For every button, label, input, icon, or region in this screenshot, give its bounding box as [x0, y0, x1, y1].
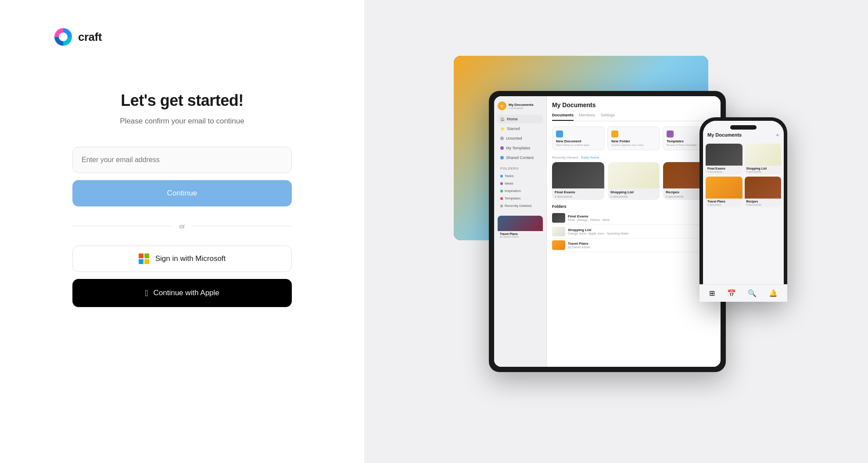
iphone-card-label-recipes: Recipes	[745, 199, 782, 203]
ipad-card-final-exams[interactable]: Final Exams 4 documents	[552, 162, 604, 200]
devices-container: D My Documents 1 workspace 🏠 Home ⭐ Sta	[463, 56, 770, 407]
iphone-cards-grid: Final Exams 4 documents Shopping List 2 …	[703, 141, 784, 210]
iphone-card-img-final	[706, 144, 742, 166]
ipad-action-row: New Document Start writing on a blank pa…	[552, 127, 715, 150]
apple-signin-button[interactable]:  Continue with Apple	[72, 279, 292, 307]
iphone-card-final-exams[interactable]: Final Exams 4 documents	[706, 144, 742, 174]
microsoft-button-label: Sign in with Microsoft	[155, 254, 226, 263]
sidebar-folder-inspiration[interactable]: Inspiration	[498, 187, 543, 195]
or-divider: or	[72, 222, 292, 230]
sidebar-item-unsorted[interactable]: Unsorted	[498, 134, 543, 143]
iphone-card-img-travel	[706, 177, 742, 199]
list-item-travel[interactable]: Travel Plans by Daniel Klöser	[552, 239, 715, 252]
continue-button[interactable]: Continue	[72, 180, 292, 206]
iphone-card-sub-final: 4 documents	[706, 170, 742, 174]
folders-heading: Folders	[552, 204, 715, 209]
iphone-card-img-recipes	[745, 177, 782, 199]
new-folder-icon	[611, 130, 618, 137]
ipad-top-bar: My Documents	[552, 101, 715, 109]
sidebar-folder-templates[interactable]: Templates	[498, 195, 543, 202]
iphone-header: My Documents +	[703, 121, 784, 141]
ipad-sidebar: D My Documents 1 workspace 🏠 Home ⭐ Sta	[494, 96, 547, 367]
sidebar-item-shared[interactable]: Shared Content	[498, 153, 543, 162]
ipad-tabs: Documents Members Settings	[552, 113, 715, 121]
form-container: Let's get started! Please confirm your e…	[72, 91, 292, 307]
page-headline: Let's get started!	[121, 91, 244, 110]
sidebar-folders-title: Folders	[498, 163, 543, 172]
list-sub-shopping: Orange Juice · Apple Juice · Sparkling W…	[568, 232, 715, 235]
sidebar-item-templates[interactable]: My Templates	[498, 144, 543, 152]
divider-text: or	[179, 222, 185, 230]
device-ipad: D My Documents 1 workspace 🏠 Home ⭐ Sta	[489, 91, 726, 372]
ipad-tab-members[interactable]: Members	[579, 113, 595, 121]
iphone-tab-search[interactable]: 🔍	[748, 289, 757, 297]
list-thumb-final	[552, 213, 565, 223]
new-document-card[interactable]: New Document Start writing on a blank pa…	[552, 127, 605, 150]
ms-icon-red	[139, 253, 143, 258]
list-title-final: Final Exams	[568, 214, 715, 218]
ipad-tab-settings[interactable]: Settings	[601, 113, 615, 121]
email-input[interactable]	[72, 147, 292, 173]
templates-icon	[667, 130, 674, 137]
card-sub-final-exams: 4 documents	[552, 195, 604, 200]
microsoft-signin-button[interactable]: Sign in with Microsoft	[72, 246, 292, 272]
iphone-screen: My Documents + Final Exams 4 documents S…	[703, 121, 784, 298]
iphone-card-recipes[interactable]: Recipes 6 documents	[745, 177, 782, 207]
iphone-notch	[730, 125, 757, 130]
iphone-card-img-shopping	[745, 144, 782, 166]
iphone-card-sub-travel: 1 document	[706, 203, 742, 207]
new-doc-sub: Start writing on a blank page	[556, 144, 601, 146]
apple-button-label: Continue with Apple	[154, 289, 219, 297]
new-doc-title: New Document	[556, 139, 601, 143]
iphone-card-sub-recipes: 6 documents	[745, 203, 782, 207]
card-img-final-exams	[552, 162, 604, 188]
svg-point-1	[59, 33, 68, 41]
apple-icon: 	[145, 289, 148, 297]
ms-icon-yellow	[144, 259, 149, 264]
logo-area: craft	[53, 26, 102, 47]
sidebar-folder-ideas[interactable]: Ideas	[498, 180, 543, 187]
ipad-list-section: Folders Final Exams Food · Biology · Fit…	[552, 204, 715, 252]
iphone-tab-home[interactable]: ⊞	[709, 289, 715, 297]
ipad-tab-documents[interactable]: Documents	[552, 113, 574, 121]
list-thumb-shopping	[552, 227, 565, 236]
iphone-card-shopping[interactable]: Shopping List 2 documents	[745, 144, 782, 174]
sidebar-folder-deleted[interactable]: Recently Deleted	[498, 202, 543, 210]
divider-line-left	[72, 226, 172, 226]
list-text-shopping: Shopping List Orange Juice · Apple Juice…	[568, 228, 715, 235]
ipad-card-shopping-list[interactable]: Shopping List 2 documents	[608, 162, 660, 200]
ipad-cards-grid: Final Exams 4 documents Shopping List 2 …	[552, 162, 715, 200]
ms-icon-green	[144, 253, 149, 258]
list-sub-travel: by Daniel Klöser	[568, 246, 715, 249]
craft-logo-icon	[53, 26, 74, 47]
sidebar-folder-tasks[interactable]: Tasks	[498, 172, 543, 180]
iphone-card-travel[interactable]: Travel Plans 1 document	[706, 177, 742, 207]
iphone-tab-bell[interactable]: 🔔	[769, 289, 778, 297]
iphone-card-sub-shopping: 2 documents	[745, 170, 782, 174]
ipad-title: My Documents	[552, 101, 596, 109]
card-label-shopping: Shopping List	[608, 188, 660, 195]
list-item-final-exams[interactable]: Final Exams Food · Biology · Fitness · M…	[552, 211, 715, 225]
ipad-screen: D My Documents 1 workspace 🏠 Home ⭐ Sta	[494, 96, 721, 367]
list-title-shopping: Shopping List	[568, 228, 715, 232]
iphone-card-label-final: Final Exams	[706, 166, 742, 170]
list-text-travel: Travel Plans by Daniel Klöser	[568, 242, 715, 249]
sidebar-item-home[interactable]: 🏠 Home	[498, 115, 543, 123]
card-label-final-exams: Final Exams	[552, 188, 604, 195]
new-folder-card[interactable]: New Folder Quickly organize your notes	[607, 127, 660, 150]
device-iphone: My Documents + Final Exams 4 documents S…	[699, 117, 787, 302]
ms-icon-blue	[139, 259, 143, 264]
new-doc-icon	[556, 130, 563, 137]
iphone-card-label-travel: Travel Plans	[706, 199, 742, 203]
iphone-tab-bar: ⊞ 📅 🔍 🔔	[703, 284, 784, 298]
iphone-tab-calendar[interactable]: 📅	[727, 289, 736, 297]
list-sub-final: Food · Biology · Fitness · More	[568, 218, 715, 221]
right-panel: D My Documents 1 workspace 🏠 Home ⭐ Sta	[364, 0, 868, 463]
list-title-travel: Travel Plans	[568, 242, 715, 246]
microsoft-icon	[139, 253, 149, 264]
list-thumb-travel	[552, 240, 565, 250]
left-panel: craft Let's get started! Please confirm …	[0, 0, 364, 463]
sidebar-item-starred[interactable]: ⭐ Starred	[498, 124, 543, 133]
iphone-card-label-shopping: Shopping List	[745, 166, 782, 170]
list-item-shopping[interactable]: Shopping List Orange Juice · Apple Juice…	[552, 225, 715, 239]
